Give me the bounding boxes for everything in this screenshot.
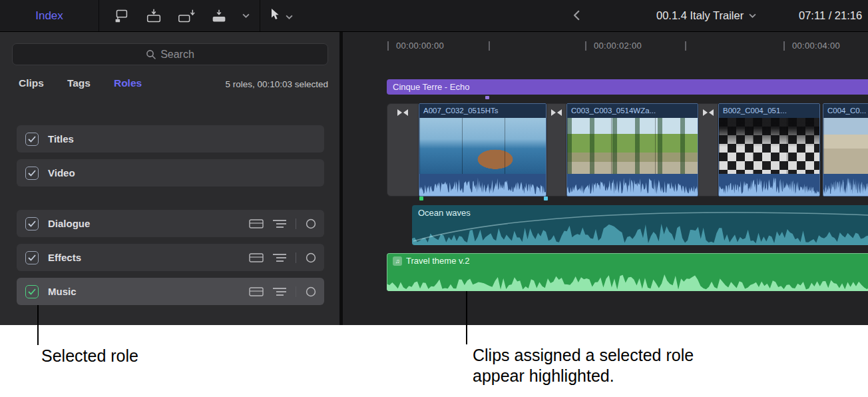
role-row-video[interactable]: Video — [17, 159, 324, 187]
select-tool-icon — [270, 8, 280, 23]
transition-clip[interactable] — [387, 103, 419, 197]
toolbar-divider — [260, 0, 260, 31]
video-clip[interactable]: C003_C003_0514WZa... — [566, 103, 698, 197]
clip-thumbnails — [719, 118, 819, 174]
checkbox-video[interactable] — [25, 167, 39, 180]
focus-role-icon[interactable] — [306, 218, 316, 229]
focus-role-icon[interactable] — [306, 252, 316, 263]
show-subroles-icon[interactable] — [273, 287, 286, 296]
music-note-icon: ♫ — [393, 256, 402, 266]
show-audio-lanes-icon[interactable] — [249, 219, 264, 228]
ruler-tick — [783, 41, 785, 51]
clip-audio-waveform — [823, 174, 868, 196]
show-audio-lanes-icon[interactable] — [249, 253, 264, 262]
ruler-timecode: 00:00:02:00 — [594, 41, 642, 51]
search-field[interactable]: Search — [12, 43, 328, 65]
title-marker[interactable] — [485, 96, 489, 99]
callout-highlighted-clips: Clips assigned a selected role appear hi… — [473, 345, 707, 386]
clip-name: C004_C0... — [823, 104, 868, 118]
tool-selector[interactable] — [270, 0, 293, 31]
app-window: Index — [0, 0, 868, 397]
clip-marker-cyan[interactable] — [544, 197, 548, 200]
transition-icon — [396, 109, 409, 117]
transition-icon — [550, 109, 563, 117]
clip-thumbnails — [567, 118, 698, 174]
clip-marker-green[interactable] — [419, 197, 423, 200]
checkbox-titles[interactable] — [25, 133, 39, 146]
icon-divider — [296, 286, 296, 297]
project-title-menu[interactable]: 00.1.4 Italy Trailer — [656, 0, 756, 31]
project-dropdown-chevron-icon — [749, 13, 756, 18]
ruler-timecode: 00:00:04:00 — [792, 41, 840, 51]
title-clip[interactable]: Cinque Terre - Echo — [387, 79, 868, 95]
checkbox-effects[interactable] — [25, 251, 39, 264]
title-clip-name: Cinque Terre - Echo — [393, 82, 469, 92]
role-row-effects[interactable]: Effects — [17, 244, 324, 271]
show-audio-lanes-icon[interactable] — [249, 287, 264, 296]
search-icon — [146, 49, 156, 59]
selection-summary: 5 roles, 00:10:03 selected — [225, 79, 328, 89]
show-subroles-icon[interactable] — [273, 219, 286, 228]
role-row-controls — [249, 218, 316, 229]
timeline: 00:00:00:00 00:00:02:00 00:00:04:00 Cinq… — [343, 32, 868, 325]
clip-name: A007_C032_0515HTs — [419, 104, 546, 118]
clip-audio-waveform — [419, 174, 546, 196]
connect-clip-icon[interactable] — [112, 7, 130, 25]
transition-clip[interactable] — [546, 103, 566, 197]
audio-clip-travel-theme[interactable]: ♫ Travel theme v.2 — [387, 253, 868, 291]
timeline-index-panel: Search Clips Tags Roles 5 roles, 00:10:0… — [0, 32, 339, 325]
video-clip[interactable]: B002_C004_051... — [718, 103, 820, 197]
tab-tags[interactable]: Tags — [67, 77, 91, 89]
edit-options-chevron-icon[interactable] — [242, 13, 250, 18]
role-label: Effects — [48, 252, 81, 263]
project-title: 00.1.4 Italy Trailer — [656, 9, 744, 22]
overwrite-clip-icon[interactable] — [210, 7, 228, 25]
checkbox-music[interactable] — [25, 285, 39, 298]
role-label: Dialogue — [48, 218, 90, 229]
tab-roles[interactable]: Roles — [114, 77, 142, 89]
insert-clip-icon[interactable] — [144, 7, 163, 25]
ruler-tick — [685, 41, 686, 51]
append-clip-icon[interactable] — [177, 7, 196, 25]
index-tabs: Clips Tags Roles — [19, 77, 142, 89]
ruler-tick — [387, 41, 389, 51]
callout-line-highlighted-clips — [466, 291, 467, 344]
role-label: Video — [48, 167, 75, 179]
icon-divider — [296, 252, 296, 263]
role-row-titles[interactable]: Titles — [17, 125, 324, 153]
ruler-tick — [585, 41, 586, 51]
role-row-controls — [249, 286, 316, 297]
toolbar: Index — [0, 0, 868, 32]
search-placeholder: Search — [160, 49, 194, 61]
edit-buttons-group — [112, 0, 250, 31]
callout-selected-role: Selected role — [41, 346, 138, 366]
tool-dropdown-chevron-icon — [286, 10, 293, 22]
clip-name: C003_C003_0514WZa... — [567, 104, 698, 118]
tab-clips[interactable]: Clips — [19, 77, 44, 89]
transition-icon — [702, 109, 715, 117]
audio-clip-name: Travel theme v.2 — [406, 256, 469, 266]
transition-clip[interactable] — [698, 103, 718, 197]
timecode-display: 07:11 / 21:16 — [799, 0, 862, 31]
clip-thumbnails — [419, 118, 546, 174]
role-row-music[interactable]: Music — [17, 278, 324, 305]
focus-role-icon[interactable] — [306, 286, 316, 297]
show-subroles-icon[interactable] — [273, 253, 286, 262]
role-row-controls — [249, 252, 316, 263]
callout-line-selected-role — [37, 305, 39, 345]
index-button[interactable]: Index — [0, 0, 99, 31]
back-chevron-icon[interactable] — [574, 10, 580, 23]
role-label: Music — [48, 286, 77, 297]
role-row-dialogue[interactable]: Dialogue — [17, 210, 324, 237]
clip-thumbnails — [823, 118, 868, 174]
video-clip[interactable]: C004_C0... — [823, 103, 868, 197]
clip-audio-waveform — [567, 174, 698, 196]
checkbox-dialogue[interactable] — [25, 217, 39, 230]
video-clip[interactable]: A007_C032_0515HTs — [419, 103, 546, 197]
clip-audio-waveform — [719, 174, 819, 196]
icon-divider — [296, 218, 296, 229]
ruler-timecode: 00:00:00:00 — [396, 41, 444, 51]
audio-clip-ocean-waves[interactable]: Ocean waves — [412, 205, 868, 245]
toolbar-divider — [99, 0, 99, 31]
ruler-tick — [489, 41, 490, 51]
